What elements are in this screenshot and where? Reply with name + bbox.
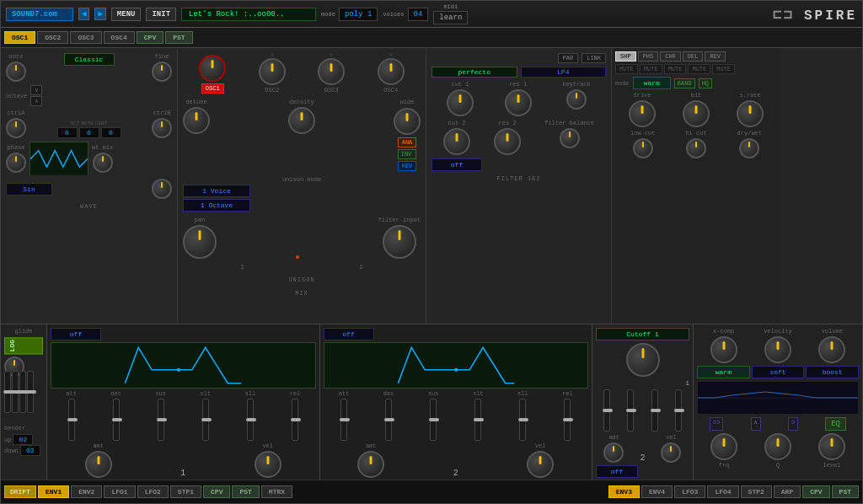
- env1-amt-knob[interactable]: [85, 451, 112, 478]
- btab-env4[interactable]: ENV4: [641, 485, 673, 498]
- btab-cpv-left[interactable]: CPV: [203, 485, 230, 498]
- frq-knob[interactable]: [710, 433, 737, 460]
- btab-arp[interactable]: ARP: [774, 485, 801, 498]
- btab-mtrx[interactable]: MTRX: [261, 485, 292, 498]
- tab-cpv[interactable]: CPV: [137, 31, 163, 44]
- filter-input-knob[interactable]: [383, 225, 416, 259]
- tab-osc4[interactable]: OSC4: [104, 31, 135, 44]
- xcomp-knob[interactable]: [710, 336, 737, 363]
- env1-off-display[interactable]: off: [51, 328, 101, 340]
- env3-slt-slider[interactable]: [474, 399, 481, 441]
- bell-btn[interactable]: ∧: [751, 417, 761, 431]
- nav-right-btn[interactable]: ▶: [94, 8, 105, 20]
- voice-display[interactable]: 1 Voice: [183, 185, 250, 197]
- mute-chr[interactable]: MUTE: [664, 64, 687, 74]
- lowcut-knob[interactable]: [633, 138, 653, 158]
- filter-type1[interactable]: perfecto: [432, 67, 517, 78]
- fine-knob[interactable]: [152, 62, 172, 82]
- slt-slider[interactable]: [202, 399, 209, 441]
- mute-shp[interactable]: MUTE: [615, 64, 638, 74]
- env3-sus-slider[interactable]: [430, 399, 437, 441]
- eq-button[interactable]: EQ: [825, 417, 846, 431]
- bit-knob[interactable]: [683, 100, 710, 127]
- boost-button[interactable]: boost: [806, 366, 859, 378]
- kev-button[interactable]: KEV: [398, 161, 417, 171]
- menu-button[interactable]: MENU: [111, 8, 142, 21]
- cutoff1-knob[interactable]: [626, 343, 660, 377]
- fx-tab-del[interactable]: DEL: [683, 51, 704, 62]
- mute-del[interactable]: MUTE: [688, 64, 710, 74]
- btab-cpv-right[interactable]: CPV: [802, 485, 829, 498]
- env3-amt-knob[interactable]: [357, 451, 384, 478]
- btab-pst-left[interactable]: PST: [232, 485, 259, 498]
- dec-slider[interactable]: [113, 399, 120, 441]
- tab-osc2[interactable]: OSC2: [37, 31, 68, 44]
- soft-button[interactable]: soft: [752, 366, 805, 378]
- btab-lfo1[interactable]: LFO1: [104, 485, 135, 498]
- cutoff-amt-knob[interactable]: [603, 442, 624, 463]
- fx-tab-phs[interactable]: PHS: [638, 51, 659, 62]
- env3-off-display[interactable]: off: [324, 328, 374, 340]
- osc1-level-knob[interactable]: [199, 55, 226, 82]
- fx-tab-rev[interactable]: REV: [705, 51, 726, 62]
- cutoff-sl3[interactable]: [651, 389, 658, 432]
- env3-dec-slider[interactable]: [385, 399, 392, 441]
- ana-button[interactable]: ANA: [398, 137, 417, 147]
- warm-display[interactable]: warm: [633, 77, 671, 89]
- preset-display[interactable]: Let's Rock! :..oo00..: [181, 8, 316, 21]
- octave-up-btn[interactable]: ∧: [30, 96, 42, 106]
- btab-lfo2[interactable]: LFO2: [137, 485, 169, 498]
- nav-left-btn[interactable]: ◀: [78, 8, 89, 20]
- octave-down-btn[interactable]: ∨: [30, 85, 42, 95]
- srate-knob[interactable]: [737, 100, 764, 127]
- cut1-knob[interactable]: [447, 89, 474, 116]
- mode-value[interactable]: poly 1: [339, 8, 378, 21]
- cutoff-sl4[interactable]: [675, 389, 682, 432]
- cutoff-sl2[interactable]: [627, 389, 634, 432]
- filter-type2[interactable]: LP4: [521, 67, 607, 78]
- osc2-level-knob[interactable]: [259, 58, 286, 85]
- filterbalance-knob[interactable]: [560, 128, 580, 148]
- btab-lfo4[interactable]: LFO4: [707, 485, 738, 498]
- tab-pst[interactable]: PST: [165, 31, 192, 44]
- osc4-level-knob[interactable]: [378, 58, 405, 85]
- fx-tab-chr[interactable]: CHR: [660, 51, 681, 62]
- wave-extra-knob[interactable]: [152, 179, 172, 199]
- btab-env2[interactable]: ENV2: [71, 485, 102, 498]
- cutoff-off-display[interactable]: off: [596, 465, 638, 478]
- log-button[interactable]: LOG: [4, 337, 43, 354]
- hicut-knob[interactable]: [686, 138, 706, 158]
- ctrlb-knob[interactable]: [152, 118, 172, 138]
- rel-slider[interactable]: [292, 399, 298, 441]
- wide-knob[interactable]: [394, 108, 421, 135]
- pan-knob[interactable]: [183, 225, 217, 259]
- note-knob[interactable]: [6, 62, 26, 82]
- volume-knob[interactable]: [818, 336, 845, 363]
- par-button[interactable]: PAR: [558, 53, 579, 63]
- cutoff-sl1[interactable]: [603, 389, 610, 432]
- phase-knob[interactable]: [6, 153, 26, 173]
- level-knob[interactable]: [818, 433, 845, 460]
- highshelf-btn[interactable]: ⊃: [788, 417, 798, 431]
- env3-att-slider[interactable]: [340, 399, 347, 441]
- mute-phs[interactable]: MUTE: [640, 64, 662, 74]
- env3-rel-slider[interactable]: [564, 399, 571, 441]
- att-slider[interactable]: [68, 399, 75, 441]
- sin-display[interactable]: Sin: [6, 183, 52, 196]
- drywet-knob[interactable]: [739, 138, 759, 158]
- detune-knob[interactable]: [183, 107, 210, 134]
- init-button[interactable]: INIT: [146, 8, 176, 21]
- density-knob[interactable]: [288, 107, 315, 134]
- cutoff-vel-knob[interactable]: [661, 442, 681, 463]
- link-button[interactable]: LINK: [582, 53, 606, 63]
- env1-vel-knob[interactable]: [255, 451, 281, 478]
- keytrack-knob[interactable]: [566, 89, 587, 110]
- velocity-knob[interactable]: [764, 336, 791, 363]
- btab-stp1[interactable]: STP1: [170, 485, 201, 498]
- mute-rev[interactable]: MUTE: [712, 64, 735, 74]
- sll-slider[interactable]: [247, 399, 254, 441]
- drive-knob[interactable]: [629, 100, 656, 127]
- sus-slider[interactable]: [158, 399, 164, 441]
- voices-value[interactable]: 04: [408, 8, 429, 21]
- wave-type-display[interactable]: Classic: [64, 53, 115, 66]
